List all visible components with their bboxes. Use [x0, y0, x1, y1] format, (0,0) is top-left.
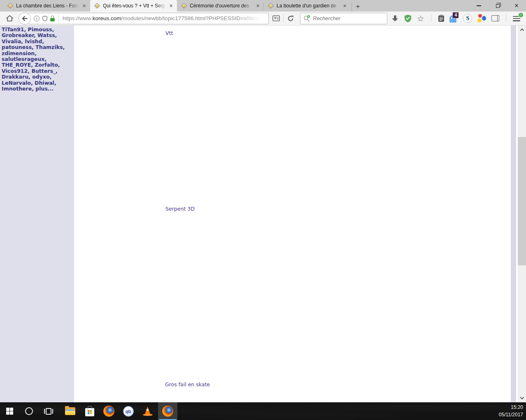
update-badge-icon: ↑ — [518, 12, 524, 18]
task-view-button[interactable] — [39, 402, 58, 420]
user-link[interactable]: Drakkaru — [2, 74, 28, 80]
firefox-icon — [103, 406, 114, 417]
reload-icon — [287, 15, 294, 22]
tracking-shield-icon[interactable] — [42, 16, 47, 21]
back-arrow-icon — [21, 15, 28, 22]
toolbar-right-icons: ☆ 4 S — [391, 14, 523, 23]
windows-taskbar: qb 15:20 05/11/2017 — [0, 402, 526, 420]
start-button[interactable] — [0, 402, 19, 420]
page-info-icon[interactable]: i — [34, 16, 40, 21]
tab-title: La chambre des Liens - Foru — [16, 3, 81, 9]
vertical-scrollbar[interactable] — [518, 26, 526, 402]
user-link[interactable]: Zorfalto — [35, 62, 58, 68]
window-controls: × — [469, 0, 526, 12]
tab-close-icon[interactable]: × — [168, 2, 175, 9]
clipboard-icon — [438, 14, 445, 22]
browser-window: La chambre des Liens - Foru × Qui êtes-v… — [0, 0, 526, 420]
tab-la-chambre-des-liens[interactable]: La chambre des Liens - Foru × — [3, 0, 90, 12]
home-button[interactable] — [4, 13, 15, 24]
url-text[interactable]: https://www.koreus.com/modules/newbb/top… — [63, 15, 266, 21]
url-bar[interactable]: i https://www.koreus.com/modules/newbb/t… — [28, 13, 269, 24]
reader-mode-icon — [272, 15, 280, 21]
user-link[interactable]: Imnothere — [2, 86, 32, 92]
firefox-icon — [162, 406, 173, 417]
user-link[interactable]: LeNarvalo — [2, 80, 31, 86]
ghostery-button[interactable]: 4 — [449, 14, 458, 23]
https-lock-icon[interactable] — [50, 16, 55, 21]
reload-button[interactable] — [285, 13, 296, 24]
menu-button[interactable]: ↑ — [513, 15, 521, 22]
taskbar-clock[interactable]: 15:20 05/11/2017 — [499, 404, 526, 418]
user-link[interactable]: Watss — [37, 32, 55, 38]
qbittorrent-icon: qb — [123, 406, 134, 417]
user-link[interactable]: THE_ROYE — [2, 62, 31, 68]
vlc-button[interactable] — [138, 402, 157, 420]
tab-close-icon[interactable]: × — [341, 2, 348, 9]
user-link[interactable]: lvishd — [25, 38, 42, 44]
topic-link-serpent-3d[interactable]: Serpent 3D — [165, 206, 195, 212]
back-button[interactable] — [19, 12, 31, 25]
toolbar-divider — [283, 14, 284, 23]
firefox-taskbar-button[interactable] — [99, 402, 119, 420]
folder-icon — [65, 407, 75, 415]
search-input[interactable] — [313, 15, 384, 21]
downloads-button[interactable] — [391, 15, 399, 22]
tab-title: Cérémonie d'ouverture des — [190, 3, 254, 9]
sidebar-toggle-button[interactable] — [491, 15, 499, 21]
skype-button[interactable]: S — [463, 14, 472, 23]
clock-date: 05/11/2017 — [499, 411, 523, 418]
restore-icon — [496, 4, 500, 8]
navigation-toolbar: i https://www.koreus.com/modules/newbb/t… — [0, 12, 526, 26]
user-link[interactable]: TiTan91 — [2, 26, 24, 32]
search-icon — [303, 15, 311, 22]
red-dot-icon — [478, 14, 482, 18]
user-link[interactable]: Dhiwal — [35, 80, 54, 86]
cortana-button[interactable] — [19, 402, 39, 420]
scrollbar-thumb[interactable] — [518, 137, 526, 265]
site-identity: i — [34, 16, 55, 21]
topic-link-gros-fail[interactable]: Gros fail en skate — [165, 381, 210, 388]
reader-mode-button[interactable] — [270, 13, 282, 24]
scroll-up-button[interactable] — [518, 26, 526, 33]
minimize-button[interactable] — [469, 0, 488, 12]
chevron-down-icon — [520, 395, 524, 399]
user-link[interactable]: Thamziks — [35, 44, 63, 50]
restore-button[interactable] — [488, 0, 507, 12]
user-link[interactable]: salutlesrageux — [2, 56, 44, 62]
scroll-down-button[interactable] — [518, 394, 526, 401]
store-bag-icon — [85, 408, 94, 416]
user-link[interactable]: Grobreaker — [2, 32, 34, 38]
bookmark-star-button[interactable]: ☆ — [417, 14, 424, 23]
firefox-active-taskbar-button[interactable] — [158, 402, 177, 420]
user-link[interactable]: Vivalia — [2, 38, 21, 44]
close-button[interactable]: × — [507, 0, 526, 12]
topic-link-vtt[interactable]: Vtt — [165, 30, 173, 36]
windows-store-button[interactable] — [80, 402, 99, 420]
tab-close-icon[interactable]: × — [81, 2, 88, 9]
download-icon — [391, 15, 399, 22]
adblock-shield-button[interactable] — [404, 14, 412, 23]
tab-close-icon[interactable]: × — [254, 2, 261, 9]
tab-ceremonie-ouverture[interactable]: Cérémonie d'ouverture des × — [177, 0, 264, 12]
user-link[interactable]: Vicos912 — [2, 68, 28, 74]
clock-time: 15:20 — [499, 404, 523, 411]
user-link[interactable]: zdimension — [2, 50, 35, 56]
search-box[interactable] — [300, 13, 387, 24]
koreus-favicon-icon — [94, 2, 100, 9]
sidebar-panel-icon — [491, 15, 499, 21]
windows-logo-icon — [6, 408, 14, 415]
clipboard-extension-button[interactable] — [438, 14, 445, 22]
video-downloadhelper-button[interactable] — [477, 14, 486, 23]
tab-la-boulette[interactable]: La boulette d'un gardien de × — [264, 0, 351, 12]
user-link[interactable]: Pimouss — [28, 26, 52, 32]
qbittorrent-button[interactable]: qb — [119, 402, 138, 420]
file-explorer-button[interactable] — [61, 402, 80, 420]
new-tab-button[interactable]: + — [351, 2, 364, 12]
user-link[interactable]: odyxo — [32, 74, 49, 80]
yellow-dot-icon — [477, 19, 482, 23]
user-link[interactable]: Butters_ — [31, 68, 56, 74]
cortana-circle-icon — [25, 407, 33, 415]
user-link[interactable]: patouness — [2, 44, 32, 50]
user-link[interactable]: plus... — [35, 86, 54, 92]
tab-qui-etes-vous[interactable]: Qui êtes-vous ? + Vtt + Serp × — [90, 0, 177, 12]
